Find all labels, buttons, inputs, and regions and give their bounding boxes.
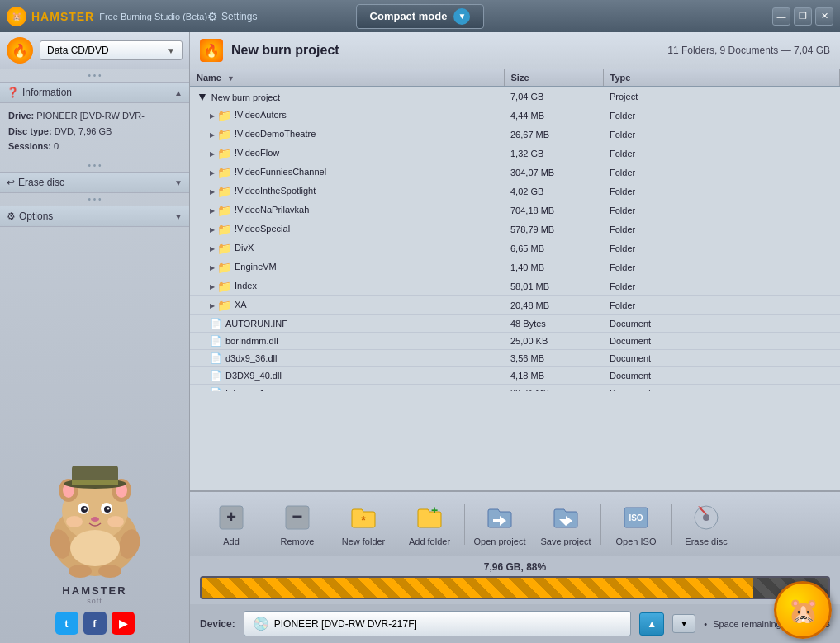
toolbar-separator-1 — [464, 504, 465, 545]
file-type: Folder — [603, 163, 840, 182]
table-row[interactable]: ▶ 📁!VideoSpecial578,79 MBFolder — [190, 220, 840, 239]
facebook-icon[interactable]: f — [83, 612, 107, 635]
expand-button[interactable]: ▶ 📁 — [210, 166, 235, 179]
toolbar-new-folder[interactable]: * New folder — [330, 495, 396, 553]
expand-button[interactable]: ▶ 📁 — [210, 109, 235, 122]
file-type: Folder — [603, 201, 840, 220]
expand-button[interactable]: ▶ 📁 — [210, 128, 235, 141]
disc-type-dropdown[interactable]: Data CD/DVD ▼ — [40, 40, 183, 60]
file-table: Name ▼ Size Type ▼ New burn proj — [190, 69, 840, 391]
file-name: !VideoIntheSpotlight — [235, 186, 316, 196]
file-type: Folder — [603, 144, 840, 163]
content-area: 🔥 New burn project 11 Folders, 9 Documen… — [190, 32, 840, 643]
file-table-scroll[interactable]: Name ▼ Size Type ▼ New burn proj — [190, 69, 840, 391]
disc-type-value: DVD, 7,96 GB — [55, 126, 112, 136]
table-row[interactable]: 📄Intro.mp438,71 MBDocument — [190, 385, 840, 392]
app-logo: 🐹 — [7, 7, 26, 26]
expand-button[interactable]: ▼ — [197, 90, 211, 103]
titlebar: 🐹 HAMSTER Free Burning Studio (Beta) Com… — [0, 0, 840, 32]
column-header-type[interactable]: Type — [603, 69, 840, 87]
toolbar-open-project[interactable]: Open project — [467, 495, 533, 553]
file-name: AUTORUN.INF — [225, 319, 287, 329]
table-row[interactable]: 📄D3DX9_40.dll4,18 MBDocument — [190, 367, 840, 385]
options-section-header[interactable]: ⚙ Options ▼ — [0, 206, 189, 227]
table-row[interactable]: ▶ 📁DivX6,65 MBFolder — [190, 239, 840, 258]
folder-icon: 📁 — [217, 204, 231, 217]
youtube-icon[interactable]: ▶ — [112, 612, 135, 635]
table-row[interactable]: ▶ 📁!VideoAutors4,44 MBFolder — [190, 106, 840, 125]
table-row[interactable]: ▶ 📁!VideoNaPrilavkah704,18 MBFolder — [190, 201, 840, 220]
expand-button[interactable]: ▶ 📁 — [210, 280, 235, 293]
restore-button[interactable]: ❐ — [794, 7, 812, 26]
project-flame-icon: 🔥 — [200, 39, 223, 62]
expand-icon: ▲ — [174, 88, 183, 97]
progress-bar — [200, 576, 830, 599]
svg-point-20 — [70, 530, 120, 566]
divider-dots-3: • • • — [0, 193, 189, 206]
expand-triangle-icon: ▶ — [210, 188, 215, 196]
device-dropdown-arrow[interactable]: ▼ — [672, 614, 695, 633]
toolbar-add-folder[interactable]: + Add folder — [396, 495, 463, 553]
expand-button[interactable]: ▶ 📁 — [210, 299, 235, 312]
erase-disc-section-header[interactable]: ↩ Erase disc ▼ — [0, 172, 189, 193]
table-row[interactable]: ▶ 📁Index58,01 MBFolder — [190, 277, 840, 296]
file-type: Folder — [603, 239, 840, 258]
toolbar-remove[interactable]: − Remove — [264, 495, 330, 553]
table-row[interactable]: 📄d3dx9_36.dll3,56 MBDocument — [190, 350, 840, 367]
information-title: ❓ Information — [7, 87, 72, 98]
expand-button[interactable]: ▶ 📁 — [210, 261, 235, 274]
toolbar-save-project[interactable]: Save project — [533, 495, 599, 553]
expand-button[interactable]: ▶ 📁 — [210, 242, 235, 255]
folder-icon: 📁 — [217, 242, 231, 255]
window-controls: — ❐ ✕ — [772, 7, 833, 26]
table-row[interactable]: ▶ 📁EngineVM1,40 MBFolder — [190, 258, 840, 277]
file-name: New burn project — [211, 92, 280, 102]
expand-button[interactable]: ▶ 📁 — [210, 185, 235, 198]
file-icon: 📄 — [210, 370, 222, 381]
compact-mode-button[interactable]: Compact mode ▼ — [356, 4, 485, 29]
table-row[interactable]: ▶ 📁!VideoIntheSpotlight4,02 GBFolder — [190, 182, 840, 201]
close-button[interactable]: ✕ — [815, 7, 833, 26]
svg-text:ISO: ISO — [629, 513, 643, 522]
toolbar-separator-3 — [671, 504, 672, 545]
table-row[interactable]: ▶ 📁!VideoDemoTheatre26,67 MBFolder — [190, 125, 840, 144]
information-section-header[interactable]: ❓ Information ▲ — [0, 82, 189, 103]
file-table-body: ▼ New burn project7,04 GBProject▶ 📁!Vide… — [190, 87, 840, 391]
file-name: d3dx9_36.dll — [225, 353, 277, 363]
expand-button[interactable]: ▶ 📁 — [210, 223, 235, 236]
file-size: 1,32 GB — [504, 144, 603, 163]
toolbar-open-iso[interactable]: ISO Open ISO — [603, 495, 669, 553]
table-row[interactable]: ▶ 📁XA20,48 MBFolder — [190, 296, 840, 315]
toolbar-add[interactable]: + Add — [198, 495, 264, 553]
file-name: DivX — [235, 243, 254, 253]
folder-icon: 📁 — [217, 299, 231, 312]
drive-value: PIONEER [DVD-RW DVR- — [36, 111, 145, 121]
app-name: HAMSTER — [31, 10, 94, 23]
table-row[interactable]: ▼ New burn project7,04 GBProject — [190, 87, 840, 106]
svg-point-21 — [69, 565, 92, 578]
expand-button[interactable]: ▶ 📁 — [210, 147, 235, 160]
new-folder-icon: * — [348, 502, 379, 533]
table-row[interactable]: 📄AUTORUN.INF48 BytesDocument — [190, 315, 840, 333]
device-eject-button[interactable]: ▲ — [639, 612, 664, 636]
twitter-icon[interactable]: t — [55, 612, 78, 635]
file-table-container: Name ▼ Size Type ▼ New burn proj — [190, 69, 840, 490]
toolbar-erase-disc[interactable]: Erase disc — [673, 495, 739, 553]
file-size: 26,67 MB — [504, 125, 603, 144]
file-name: borIndmm.dll — [225, 336, 278, 346]
table-row[interactable]: 📄borIndmm.dll25,00 KBDocument — [190, 333, 840, 350]
disc-type-info: Disc type: DVD, 7,96 GB — [8, 124, 181, 139]
expand-button[interactable]: ▶ 📁 — [210, 204, 235, 217]
table-row[interactable]: ▶ 📁!VideoFlow1,32 GBFolder — [190, 144, 840, 163]
file-name: !VideoNaPrilavkah — [235, 205, 309, 215]
settings-button[interactable]: ⚙ Settings — [207, 10, 257, 23]
file-name: !VideoAutors — [235, 110, 287, 120]
minimize-button[interactable]: — — [772, 7, 790, 26]
column-header-size[interactable]: Size — [504, 69, 603, 87]
app-subtitle: Free Burning Studio (Beta) — [99, 12, 207, 21]
table-row[interactable]: ▶ 📁!VideoFunniesChannel304,07 MBFolder — [190, 163, 840, 182]
add-folder-label: Add folder — [409, 537, 450, 546]
device-dropdown[interactable]: 💿 PIONEER [DVD-RW DVR-217F] — [244, 611, 632, 636]
expand-triangle-icon: ▶ — [210, 207, 215, 215]
column-header-name[interactable]: Name ▼ — [190, 69, 504, 87]
